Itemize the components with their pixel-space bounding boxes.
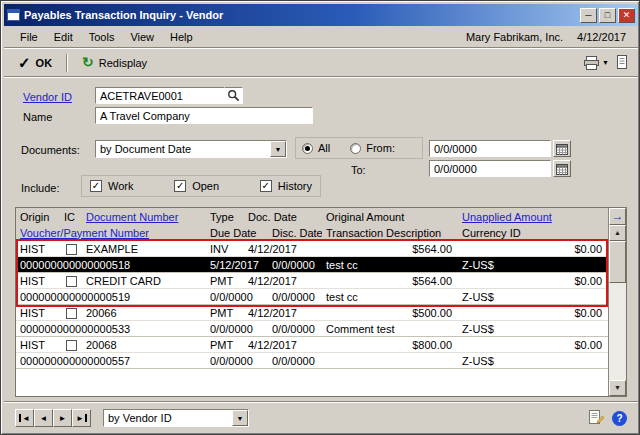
col-header-original-amount: Original Amount xyxy=(322,209,458,224)
grid-row-detail[interactable]: 000000000000000533 0/0/0000 0/0/0000 Com… xyxy=(16,321,608,337)
menu-help[interactable]: Help xyxy=(162,29,201,45)
cell-voucher-number: 000000000000000557 xyxy=(16,353,206,368)
ic-checkbox[interactable] xyxy=(66,308,77,319)
maximize-button[interactable]: □ xyxy=(599,8,616,23)
cell-origin: HIST xyxy=(16,273,60,288)
col-header-due-date: Due Date xyxy=(206,225,268,240)
grid-row-main[interactable]: HIST 20066 PMT 4/12/2017 $500.00 $0.00 xyxy=(16,305,608,321)
ic-checkbox[interactable] xyxy=(66,244,77,255)
redisplay-icon: ↻ xyxy=(82,56,94,69)
sort-by-dropdown[interactable]: by Vendor ID ▼ xyxy=(103,409,249,427)
date-range-radio-group: All From: xyxy=(295,137,423,159)
grid-row-main[interactable]: HIST EXAMPLE INV 4/12/2017 $564.00 $0.00 xyxy=(16,241,608,257)
all-radio-label: All xyxy=(318,142,330,154)
window-title: Payables Transaction Inquiry - Vendor xyxy=(24,9,580,21)
ic-checkbox[interactable] xyxy=(66,276,77,287)
history-checkbox[interactable]: ✓ xyxy=(260,180,272,192)
work-checkbox[interactable]: ✓ xyxy=(90,180,102,192)
divider xyxy=(66,54,68,72)
vendor-id-label[interactable]: Vendor ID xyxy=(23,91,72,103)
file-button[interactable] xyxy=(616,55,628,71)
from-calendar-button[interactable] xyxy=(553,140,571,157)
cell-original-amount: $564.00 xyxy=(322,273,458,288)
grid-row-detail[interactable]: 000000000000000519 0/0/0000 0/0/0000 tes… xyxy=(16,289,608,305)
redisplay-button[interactable]: ↻ Redisplay xyxy=(76,54,153,71)
open-checkbox[interactable]: ✓ xyxy=(174,180,186,192)
cell-unapplied-amount: $0.00 xyxy=(458,337,608,352)
vendor-name-field[interactable]: A Travel Company xyxy=(95,107,313,124)
col-header-unapplied-amount[interactable]: Unapplied Amount xyxy=(458,209,608,224)
scroll-up-button[interactable]: ▲ xyxy=(609,225,626,241)
expand-row-button[interactable]: → xyxy=(609,208,626,225)
include-checkbox-group: ✓ Work ✓ Open ✓ History xyxy=(81,175,321,197)
from-radio-label: From: xyxy=(366,142,395,154)
include-label: Include: xyxy=(21,182,60,194)
to-label: To: xyxy=(351,164,366,176)
menu-file[interactable]: File xyxy=(12,29,46,45)
nav-first-button[interactable]: ◄ xyxy=(15,409,34,427)
calendar-icon xyxy=(556,143,568,155)
nav-previous-button[interactable]: ◄ xyxy=(34,409,53,427)
dropdown-arrow-icon[interactable]: ▼ xyxy=(232,410,248,426)
cell-description: test cc xyxy=(322,257,458,272)
scrollbar-track[interactable] xyxy=(609,241,626,380)
col-header-currency-id: Currency ID xyxy=(458,225,608,240)
menu-edit[interactable]: Edit xyxy=(46,29,81,45)
cell-due-date: 0/0/0000 xyxy=(206,321,268,336)
cell-disc-date: 0/0/0000 xyxy=(268,321,322,336)
menu-tools[interactable]: Tools xyxy=(81,29,123,45)
col-header-type: Type xyxy=(206,209,244,224)
nav-last-button[interactable]: ► xyxy=(72,409,91,427)
grid-body: HIST EXAMPLE INV 4/12/2017 $564.00 $0.00… xyxy=(16,241,608,369)
print-button[interactable]: ▼ xyxy=(583,56,609,70)
documents-label: Documents: xyxy=(21,144,80,156)
window-icon xyxy=(7,9,20,21)
grid-row-detail-selected[interactable]: 000000000000000518 5/12/2017 0/0/0000 te… xyxy=(16,257,608,273)
to-calendar-button[interactable] xyxy=(553,160,571,177)
ok-button[interactable]: ✓ OK xyxy=(12,54,58,72)
grid-row-main[interactable]: HIST CREDIT CARD PMT 4/12/2017 $564.00 $… xyxy=(16,273,608,289)
from-date-field[interactable]: 0/0/0000 xyxy=(429,140,551,157)
cell-document-number: 20068 xyxy=(82,337,206,352)
work-checkbox-label: Work xyxy=(108,180,133,192)
print-dropdown-icon[interactable]: ▼ xyxy=(602,59,609,67)
footer-bar: ◄ ◄ ► ► by Vendor ID ▼ xyxy=(4,404,638,432)
ic-checkbox[interactable] xyxy=(66,340,77,351)
scrollbar-thumb[interactable] xyxy=(609,241,626,283)
grid-row-detail[interactable]: 000000000000000557 0/0/0000 0/0/0000 Z-U… xyxy=(16,353,608,369)
divider xyxy=(4,401,638,403)
cell-type: PMT xyxy=(206,305,244,320)
documents-filter-dropdown[interactable]: by Document Date ▼ xyxy=(95,140,287,158)
col-header-disc-date: Disc. Date xyxy=(268,225,322,240)
vendor-lookup-button[interactable] xyxy=(225,87,243,104)
to-date-field[interactable]: 0/0/0000 xyxy=(429,160,551,177)
cell-document-number: CREDIT CARD xyxy=(82,273,206,288)
grid-header: Origin IC Document Number Type Doc. Date… xyxy=(16,208,608,241)
cell-currency-id: Z-US$ xyxy=(458,321,608,336)
cell-doc-date: 4/12/2017 xyxy=(244,241,322,256)
cell-original-amount: $564.00 xyxy=(322,241,458,256)
grid-row-main[interactable]: HIST 20068 PMT 4/12/2017 $800.00 $0.00 xyxy=(16,337,608,353)
col-header-doc-date: Doc. Date xyxy=(244,209,322,224)
cell-due-date: 5/12/2017 xyxy=(206,257,268,272)
cell-description xyxy=(322,360,458,361)
col-header-document-number[interactable]: Document Number xyxy=(82,209,206,224)
dropdown-arrow-icon[interactable]: ▼ xyxy=(270,141,286,157)
cell-disc-date: 0/0/0000 xyxy=(268,289,322,304)
title-bar[interactable]: Payables Transaction Inquiry - Vendor ─ … xyxy=(4,4,638,26)
scroll-down-button[interactable]: ▼ xyxy=(609,380,626,396)
cell-due-date: 0/0/0000 xyxy=(206,289,268,304)
cell-document-number: 20066 xyxy=(82,305,206,320)
all-radio[interactable] xyxy=(302,143,313,154)
sort-by-value: by Vendor ID xyxy=(104,410,232,426)
menu-view[interactable]: View xyxy=(122,29,162,45)
help-button[interactable]: ? xyxy=(612,411,627,426)
nav-next-button[interactable]: ► xyxy=(53,409,72,427)
from-radio[interactable] xyxy=(350,143,361,154)
close-button[interactable]: ✕ xyxy=(618,8,635,23)
vendor-id-field[interactable]: ACETRAVE0001 xyxy=(95,87,225,104)
col-header-voucher-payment-number[interactable]: Voucher/Payment Number xyxy=(16,225,206,240)
minimize-button[interactable]: ─ xyxy=(580,8,597,23)
note-button[interactable] xyxy=(588,409,604,427)
cell-doc-date: 4/12/2017 xyxy=(244,273,322,288)
